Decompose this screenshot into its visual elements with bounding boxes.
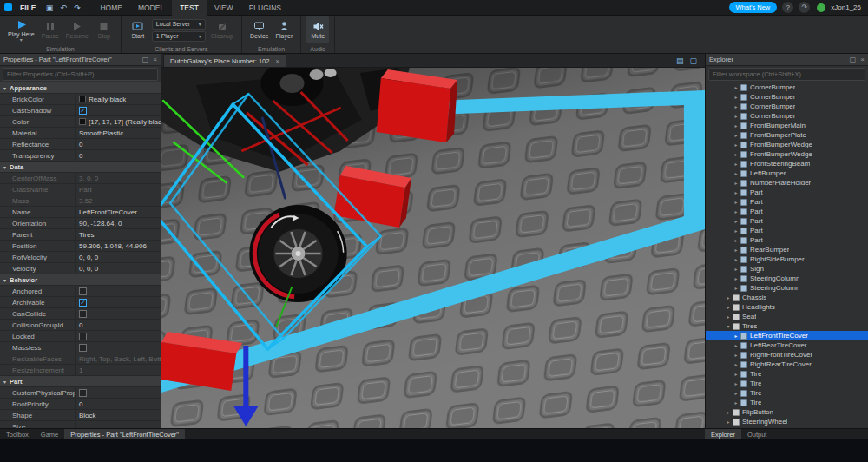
explorer-item-CornerBumper[interactable]: ▸CornerBumper	[706, 92, 868, 102]
chevron-right-icon[interactable]: ▸	[733, 142, 740, 148]
chevron-right-icon[interactable]: ▸	[733, 256, 740, 262]
property-value[interactable]: ✓	[75, 297, 161, 307]
explorer-item-CornerBumper[interactable]: ▸CornerBumper	[706, 111, 868, 121]
explorer-item-Sign[interactable]: ▸Sign	[706, 264, 868, 274]
chevron-right-icon[interactable]: ▸	[733, 132, 740, 138]
property-row-Locked[interactable]: Locked	[0, 331, 161, 342]
property-value[interactable]	[75, 387, 161, 398]
popout-icon[interactable]: ▢	[689, 56, 697, 65]
property-value[interactable]: Right, Top, Back, Left, Bottom...	[75, 353, 161, 364]
avatar[interactable]	[817, 3, 825, 12]
help-icon[interactable]: ?	[782, 2, 793, 13]
dock-tab-game[interactable]: Game	[35, 429, 64, 439]
property-value[interactable]: Tires	[75, 229, 161, 240]
property-row-Anchored[interactable]: Anchored	[0, 286, 161, 297]
chevron-right-icon[interactable]: ▸	[733, 180, 740, 186]
chevron-right-icon[interactable]: ▸	[733, 237, 740, 243]
checkbox[interactable]	[79, 287, 87, 295]
chevron-right-icon[interactable]: ▸	[733, 399, 740, 406]
property-value[interactable]	[75, 421, 161, 428]
property-row-Mass[interactable]: Mass3.52	[0, 195, 161, 207]
property-row-Reflectance[interactable]: Reflectance0	[0, 139, 161, 150]
play-here-button[interactable]: Play Here ▾	[5, 16, 37, 43]
property-row-Transparency[interactable]: Transparency0	[0, 150, 161, 162]
property-value[interactable]	[75, 286, 161, 296]
explorer-item-RightRearTireCover[interactable]: ▸RightRearTireCover	[706, 360, 868, 369]
property-row-RotVelocity[interactable]: RotVelocity0, 0, 0	[0, 252, 161, 263]
3d-scene-canvas[interactable]	[161, 68, 705, 428]
explorer-item-FrontSteeringBeam[interactable]: ▸FrontSteeringBeam	[706, 159, 868, 168]
properties-section-appearance[interactable]: ▾Appearance	[0, 82, 161, 94]
property-value[interactable]: Block	[75, 410, 161, 420]
property-value[interactable]: [17, 17, 17] (Really black)	[75, 116, 161, 127]
property-value[interactable]: 3.52	[75, 195, 161, 206]
player-count-dropdown[interactable]: 1 Player ▾	[152, 31, 206, 42]
property-row-Archivable[interactable]: Archivable✓	[0, 297, 161, 308]
server-type-dropdown[interactable]: Local Server ▾	[152, 19, 206, 30]
property-row-Orientation[interactable]: Orientation90, -128.64, 0	[0, 218, 161, 229]
explorer-item-FlipButton[interactable]: ▸FlipButton	[706, 407, 868, 417]
property-value[interactable]: 0	[75, 320, 161, 330]
explorer-item-Tire[interactable]: ▸Tire	[706, 369, 868, 379]
property-row-CanCollide[interactable]: CanCollide	[0, 308, 161, 320]
explorer-item-RightSideBumper[interactable]: ▸RightSideBumper	[706, 254, 868, 264]
chevron-right-icon[interactable]: ▸	[733, 342, 740, 348]
explorer-item-Part[interactable]: ▸Part	[706, 197, 868, 207]
properties-section-behavior[interactable]: ▾Behavior	[0, 274, 161, 286]
chevron-right-icon[interactable]: ▸	[733, 84, 740, 90]
chevron-right-icon[interactable]: ▸	[733, 361, 740, 367]
checkbox[interactable]	[79, 310, 87, 318]
explorer-item-SteeringColumn[interactable]: ▸SteeringColumn	[706, 283, 868, 293]
properties-section-part[interactable]: ▾Part	[0, 376, 161, 387]
chevron-down-icon[interactable]: ▾	[725, 323, 732, 329]
chevron-right-icon[interactable]: ▸	[733, 285, 740, 291]
tab-test[interactable]: TEST	[172, 0, 207, 16]
property-value[interactable]: 0	[75, 150, 161, 161]
explorer-item-RightFrontTireCover[interactable]: ▸RightFrontTireCover	[706, 350, 868, 360]
explorer-filter-input[interactable]	[708, 68, 865, 81]
explorer-item-SteeringWheel[interactable]: ▸SteeringWheel	[706, 417, 868, 426]
properties-section-data[interactable]: ▾Data	[0, 162, 161, 173]
tab-plugins[interactable]: PLUGINS	[241, 0, 289, 16]
close-icon[interactable]: ×	[153, 56, 157, 63]
explorer-item-LeftRearTireCover[interactable]: ▸LeftRearTireCover	[706, 340, 868, 350]
explorer-item-Tires[interactable]: ▾Tires	[706, 321, 868, 331]
whats-new-badge[interactable]: What's New	[729, 2, 778, 13]
chevron-down-icon[interactable]: ▾	[3, 85, 6, 91]
property-value[interactable]	[75, 331, 161, 341]
chevron-right-icon[interactable]: ▸	[733, 333, 740, 339]
chevron-right-icon[interactable]: ▸	[733, 247, 740, 253]
chevron-right-icon[interactable]: ▸	[733, 266, 740, 272]
dock-icon[interactable]: ▢	[142, 56, 149, 63]
file-menu-button[interactable]: FILE	[15, 3, 41, 13]
property-value[interactable]: LeftFrontTireCover	[75, 207, 161, 217]
start-button[interactable]: Start	[127, 16, 149, 43]
explorer-item-Part[interactable]: ▸Part	[706, 226, 868, 235]
chevron-right-icon[interactable]: ▸	[733, 161, 740, 167]
explorer-item-FrontBumperMain[interactable]: ▸FrontBumperMain	[706, 121, 868, 130]
explorer-item-Tire[interactable]: ▸Tire	[706, 388, 868, 398]
explorer-item-FrontBumperWedge[interactable]: ▸FrontBumperWedge	[706, 149, 868, 159]
explorer-item-Tire[interactable]: ▸Tire	[706, 379, 868, 388]
chevron-right-icon[interactable]: ▸	[733, 94, 740, 100]
tab-view[interactable]: VIEW	[207, 0, 241, 16]
chevron-right-icon[interactable]: ▸	[733, 380, 740, 386]
chevron-down-icon[interactable]: ▾	[3, 277, 6, 283]
explorer-item-Headlights[interactable]: ▸Headlights	[706, 302, 868, 312]
close-icon[interactable]: ×	[275, 57, 279, 65]
chevron-right-icon[interactable]: ▸	[725, 419, 732, 425]
undo-icon[interactable]: ↶	[57, 2, 69, 14]
property-value[interactable]: ✓	[75, 105, 161, 116]
property-row-CastShadow[interactable]: CastShadow✓	[0, 105, 161, 116]
explorer-item-CornerBumper[interactable]: ▸CornerBumper	[706, 82, 868, 92]
chevron-right-icon[interactable]: ▸	[733, 390, 740, 396]
property-row-ResizableFaces[interactable]: ResizableFacesRight, Top, Back, Left, Bo…	[0, 353, 161, 365]
explorer-item-Part[interactable]: ▸Part	[706, 188, 868, 197]
checkbox[interactable]	[79, 333, 87, 340]
resume-button[interactable]: Resume	[63, 16, 91, 43]
chevron-right-icon[interactable]: ▸	[725, 409, 732, 415]
chevron-right-icon[interactable]: ▸	[733, 199, 740, 205]
explorer-item-CornerBumper[interactable]: ▸CornerBumper	[706, 102, 868, 111]
explorer-item-NumberPlateHolder[interactable]: ▸NumberPlateHolder	[706, 178, 868, 188]
dock-tab-output[interactable]: Output	[741, 429, 773, 439]
